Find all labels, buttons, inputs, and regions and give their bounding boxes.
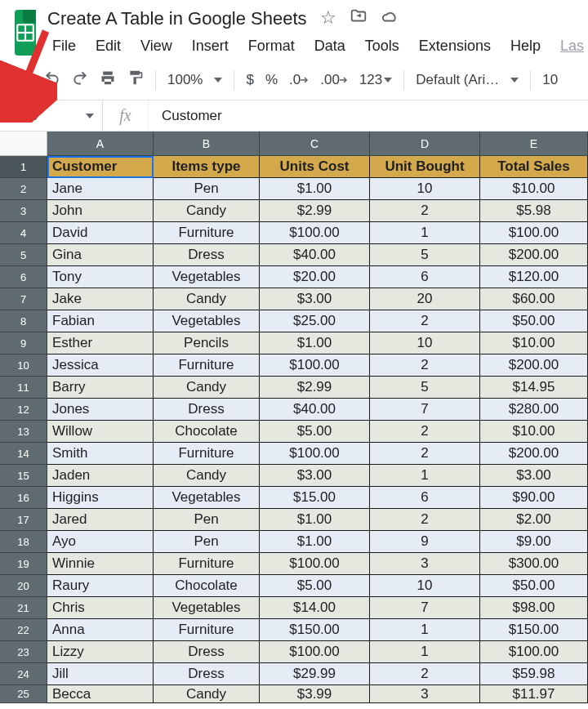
row-header[interactable]: 25 — [0, 685, 47, 703]
cell[interactable]: Furniture — [154, 443, 260, 465]
cell[interactable]: $1.00 — [260, 509, 370, 531]
cell[interactable]: $10.00 — [480, 332, 588, 354]
cell[interactable]: $120.00 — [480, 266, 588, 288]
menu-data[interactable]: Data — [306, 34, 354, 58]
cell[interactable]: Candy — [154, 377, 260, 399]
format-percent-button[interactable]: % — [265, 72, 278, 88]
font-size-input[interactable]: 10 — [542, 72, 558, 88]
cell[interactable]: $200.00 — [480, 244, 588, 266]
cell[interactable]: 7 — [370, 399, 480, 421]
row-header[interactable]: 14 — [0, 443, 47, 465]
cell[interactable]: Becca — [47, 685, 154, 703]
cell[interactable]: Pen — [154, 509, 260, 531]
spreadsheet-grid[interactable]: A B C D E 1CustomerItems typeUnits CostU… — [0, 132, 588, 703]
cell[interactable]: Vegetables — [154, 266, 260, 288]
cloud-status-icon[interactable] — [381, 7, 399, 30]
row-header[interactable]: 9 — [0, 332, 47, 354]
cell[interactable]: Fabian — [47, 310, 154, 332]
cell[interactable]: $10.00 — [480, 178, 588, 200]
zoom-dropdown[interactable]: 100% — [167, 72, 222, 88]
cell[interactable]: Furniture — [154, 619, 260, 641]
cell[interactable]: Pen — [154, 178, 260, 200]
cell[interactable]: Pencils — [154, 332, 260, 354]
cell[interactable]: $15.00 — [260, 487, 370, 509]
cell[interactable]: $90.00 — [480, 487, 588, 509]
cell[interactable]: Candy — [154, 685, 260, 703]
cell[interactable]: $14.95 — [480, 377, 588, 399]
cell[interactable]: $1.00 — [260, 531, 370, 553]
cell[interactable]: Winnie — [47, 553, 154, 575]
cell[interactable]: Vegetables — [154, 597, 260, 619]
cell[interactable]: 6 — [370, 266, 480, 288]
cell[interactable]: $50.00 — [480, 575, 588, 597]
cell[interactable]: $14.00 — [260, 597, 370, 619]
cell[interactable]: Candy — [154, 288, 260, 310]
cell[interactable]: 5 — [370, 377, 480, 399]
cell[interactable]: John — [47, 200, 154, 222]
cell[interactable]: Vegetables — [154, 310, 260, 332]
row-header[interactable]: 17 — [0, 509, 47, 531]
row-header[interactable]: 15 — [0, 465, 47, 487]
cell[interactable]: 6 — [370, 487, 480, 509]
select-all-corner[interactable] — [0, 132, 47, 156]
cell[interactable]: Total Sales — [480, 156, 588, 178]
cell[interactable]: $98.00 — [480, 597, 588, 619]
cell[interactable]: $150.00 — [260, 619, 370, 641]
cell[interactable]: Items type — [154, 156, 260, 178]
cell[interactable]: $100.00 — [260, 641, 370, 663]
cell[interactable]: Pen — [154, 531, 260, 553]
row-header[interactable]: 20 — [0, 575, 47, 597]
cell[interactable]: $40.00 — [260, 399, 370, 421]
cell[interactable]: Raury — [47, 575, 154, 597]
row-header[interactable]: 7 — [0, 288, 47, 310]
column-header-A[interactable]: A — [47, 132, 154, 156]
formula-bar[interactable]: Customer — [149, 100, 588, 131]
cell[interactable]: Esther — [47, 332, 154, 354]
cell[interactable]: $59.98 — [480, 663, 588, 685]
cell[interactable]: Barry — [47, 377, 154, 399]
cell[interactable]: 2 — [370, 443, 480, 465]
cell[interactable]: $5.98 — [480, 200, 588, 222]
cell[interactable]: $200.00 — [480, 354, 588, 377]
name-box[interactable]: 1..0 — [0, 100, 103, 131]
row-header[interactable]: 19 — [0, 553, 47, 575]
cell[interactable]: $2.99 — [260, 200, 370, 222]
cell[interactable]: $100.00 — [260, 222, 370, 244]
cell[interactable]: 2 — [370, 310, 480, 332]
row-header[interactable]: 1 — [0, 156, 47, 178]
row-header[interactable]: 10 — [0, 354, 47, 377]
cell[interactable]: David — [47, 222, 154, 244]
cell[interactable]: Jared — [47, 509, 154, 531]
cell[interactable]: Unit Bought — [370, 156, 480, 178]
cell[interactable]: $100.00 — [260, 553, 370, 575]
row-header[interactable]: 4 — [0, 222, 47, 244]
cell[interactable]: $50.00 — [480, 310, 588, 332]
cell[interactable]: $150.00 — [480, 619, 588, 641]
cell[interactable]: Jones — [47, 399, 154, 421]
row-header[interactable]: 23 — [0, 641, 47, 663]
menu-help[interactable]: Help — [502, 34, 549, 58]
print-button[interactable] — [100, 69, 116, 90]
cell[interactable]: Chris — [47, 597, 154, 619]
cell[interactable]: Jane — [47, 178, 154, 200]
menu-view[interactable]: View — [132, 34, 180, 58]
cell[interactable]: $11.97 — [480, 685, 588, 703]
column-header-D[interactable]: D — [370, 132, 480, 156]
cell[interactable]: $100.00 — [480, 641, 588, 663]
cell[interactable]: Customer — [47, 156, 154, 178]
cell[interactable]: $1.00 — [260, 178, 370, 200]
menu-tools[interactable]: Tools — [357, 34, 408, 58]
cell[interactable]: $10.00 — [480, 421, 588, 443]
sheets-logo[interactable] — [15, 10, 36, 56]
cell[interactable]: $5.00 — [260, 575, 370, 597]
row-header[interactable]: 13 — [0, 421, 47, 443]
font-family-dropdown[interactable]: Default (Ari… — [416, 72, 519, 88]
cell[interactable]: 10 — [370, 575, 480, 597]
menu-edit[interactable]: Edit — [87, 34, 129, 58]
cell[interactable]: $3.00 — [480, 465, 588, 487]
row-header[interactable]: 21 — [0, 597, 47, 619]
increase-decimal-button[interactable]: .00 — [320, 72, 348, 88]
cell[interactable]: $3.00 — [260, 465, 370, 487]
menu-insert[interactable]: Insert — [184, 34, 237, 58]
cell[interactable]: $40.00 — [260, 244, 370, 266]
